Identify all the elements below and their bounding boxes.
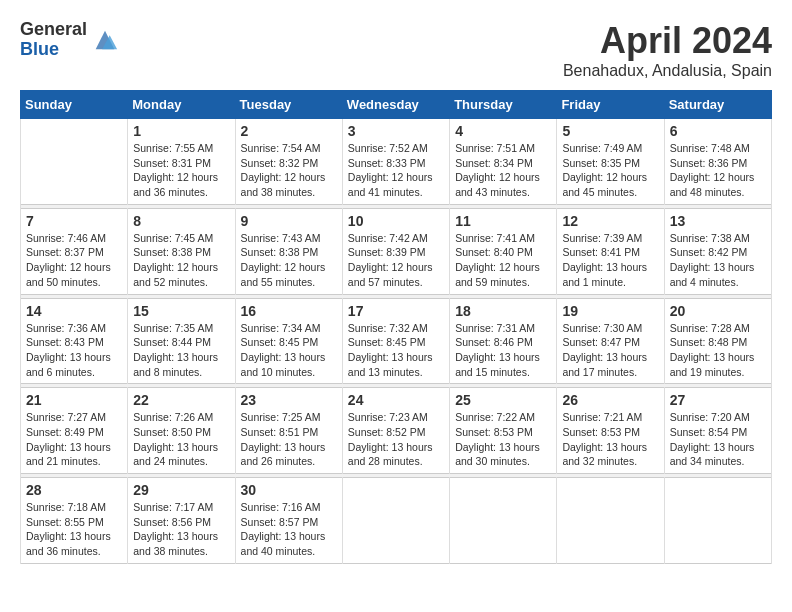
day-header-thursday: Thursday (450, 91, 557, 119)
calendar-cell (450, 478, 557, 564)
day-header-friday: Friday (557, 91, 664, 119)
day-info: Sunrise: 7:23 AM Sunset: 8:52 PM Dayligh… (348, 410, 444, 469)
day-number: 18 (455, 303, 551, 319)
day-info: Sunrise: 7:51 AM Sunset: 8:34 PM Dayligh… (455, 141, 551, 200)
calendar-cell (342, 478, 449, 564)
calendar-cell: 16Sunrise: 7:34 AM Sunset: 8:45 PM Dayli… (235, 298, 342, 384)
calendar-cell: 17Sunrise: 7:32 AM Sunset: 8:45 PM Dayli… (342, 298, 449, 384)
month-title: April 2024 (563, 20, 772, 62)
day-info: Sunrise: 7:45 AM Sunset: 8:38 PM Dayligh… (133, 231, 229, 290)
day-info: Sunrise: 7:32 AM Sunset: 8:45 PM Dayligh… (348, 321, 444, 380)
calendar-cell: 15Sunrise: 7:35 AM Sunset: 8:44 PM Dayli… (128, 298, 235, 384)
day-number: 15 (133, 303, 229, 319)
day-number: 10 (348, 213, 444, 229)
day-number: 20 (670, 303, 766, 319)
day-info: Sunrise: 7:55 AM Sunset: 8:31 PM Dayligh… (133, 141, 229, 200)
logo-general-text: General (20, 20, 87, 40)
calendar-cell: 4Sunrise: 7:51 AM Sunset: 8:34 PM Daylig… (450, 119, 557, 205)
week-row-3: 14Sunrise: 7:36 AM Sunset: 8:43 PM Dayli… (21, 298, 772, 384)
day-number: 1 (133, 123, 229, 139)
calendar-cell: 5Sunrise: 7:49 AM Sunset: 8:35 PM Daylig… (557, 119, 664, 205)
calendar-cell: 24Sunrise: 7:23 AM Sunset: 8:52 PM Dayli… (342, 388, 449, 474)
calendar-cell: 26Sunrise: 7:21 AM Sunset: 8:53 PM Dayli… (557, 388, 664, 474)
location-title: Benahadux, Andalusia, Spain (563, 62, 772, 80)
logo: General Blue (20, 20, 119, 60)
day-info: Sunrise: 7:41 AM Sunset: 8:40 PM Dayligh… (455, 231, 551, 290)
day-number: 13 (670, 213, 766, 229)
day-info: Sunrise: 7:42 AM Sunset: 8:39 PM Dayligh… (348, 231, 444, 290)
logo-icon (91, 26, 119, 54)
day-info: Sunrise: 7:25 AM Sunset: 8:51 PM Dayligh… (241, 410, 337, 469)
day-number: 16 (241, 303, 337, 319)
day-header-tuesday: Tuesday (235, 91, 342, 119)
calendar-table: SundayMondayTuesdayWednesdayThursdayFrid… (20, 90, 772, 564)
calendar-cell: 11Sunrise: 7:41 AM Sunset: 8:40 PM Dayli… (450, 208, 557, 294)
day-info: Sunrise: 7:35 AM Sunset: 8:44 PM Dayligh… (133, 321, 229, 380)
day-number: 26 (562, 392, 658, 408)
day-header-monday: Monday (128, 91, 235, 119)
calendar-cell: 18Sunrise: 7:31 AM Sunset: 8:46 PM Dayli… (450, 298, 557, 384)
calendar-cell: 29Sunrise: 7:17 AM Sunset: 8:56 PM Dayli… (128, 478, 235, 564)
calendar-cell: 3Sunrise: 7:52 AM Sunset: 8:33 PM Daylig… (342, 119, 449, 205)
day-number: 4 (455, 123, 551, 139)
day-number: 23 (241, 392, 337, 408)
day-info: Sunrise: 7:54 AM Sunset: 8:32 PM Dayligh… (241, 141, 337, 200)
day-info: Sunrise: 7:22 AM Sunset: 8:53 PM Dayligh… (455, 410, 551, 469)
calendar-cell: 6Sunrise: 7:48 AM Sunset: 8:36 PM Daylig… (664, 119, 771, 205)
day-number: 2 (241, 123, 337, 139)
calendar-cell: 13Sunrise: 7:38 AM Sunset: 8:42 PM Dayli… (664, 208, 771, 294)
day-info: Sunrise: 7:26 AM Sunset: 8:50 PM Dayligh… (133, 410, 229, 469)
day-info: Sunrise: 7:34 AM Sunset: 8:45 PM Dayligh… (241, 321, 337, 380)
day-number: 22 (133, 392, 229, 408)
calendar-cell: 22Sunrise: 7:26 AM Sunset: 8:50 PM Dayli… (128, 388, 235, 474)
day-info: Sunrise: 7:17 AM Sunset: 8:56 PM Dayligh… (133, 500, 229, 559)
calendar-cell: 27Sunrise: 7:20 AM Sunset: 8:54 PM Dayli… (664, 388, 771, 474)
calendar-cell: 25Sunrise: 7:22 AM Sunset: 8:53 PM Dayli… (450, 388, 557, 474)
day-number: 28 (26, 482, 122, 498)
calendar-cell (21, 119, 128, 205)
day-info: Sunrise: 7:39 AM Sunset: 8:41 PM Dayligh… (562, 231, 658, 290)
calendar-cell: 28Sunrise: 7:18 AM Sunset: 8:55 PM Dayli… (21, 478, 128, 564)
calendar-cell: 14Sunrise: 7:36 AM Sunset: 8:43 PM Dayli… (21, 298, 128, 384)
day-info: Sunrise: 7:48 AM Sunset: 8:36 PM Dayligh… (670, 141, 766, 200)
day-number: 19 (562, 303, 658, 319)
calendar-cell: 8Sunrise: 7:45 AM Sunset: 8:38 PM Daylig… (128, 208, 235, 294)
week-row-5: 28Sunrise: 7:18 AM Sunset: 8:55 PM Dayli… (21, 478, 772, 564)
day-number: 5 (562, 123, 658, 139)
day-number: 9 (241, 213, 337, 229)
day-info: Sunrise: 7:30 AM Sunset: 8:47 PM Dayligh… (562, 321, 658, 380)
week-row-2: 7Sunrise: 7:46 AM Sunset: 8:37 PM Daylig… (21, 208, 772, 294)
calendar-cell: 12Sunrise: 7:39 AM Sunset: 8:41 PM Dayli… (557, 208, 664, 294)
day-number: 7 (26, 213, 122, 229)
day-info: Sunrise: 7:21 AM Sunset: 8:53 PM Dayligh… (562, 410, 658, 469)
calendar-cell: 2Sunrise: 7:54 AM Sunset: 8:32 PM Daylig… (235, 119, 342, 205)
day-info: Sunrise: 7:28 AM Sunset: 8:48 PM Dayligh… (670, 321, 766, 380)
day-header-saturday: Saturday (664, 91, 771, 119)
day-info: Sunrise: 7:38 AM Sunset: 8:42 PM Dayligh… (670, 231, 766, 290)
calendar-cell (664, 478, 771, 564)
day-info: Sunrise: 7:18 AM Sunset: 8:55 PM Dayligh… (26, 500, 122, 559)
day-number: 30 (241, 482, 337, 498)
calendar-header-row: SundayMondayTuesdayWednesdayThursdayFrid… (21, 91, 772, 119)
day-info: Sunrise: 7:31 AM Sunset: 8:46 PM Dayligh… (455, 321, 551, 380)
calendar-cell: 7Sunrise: 7:46 AM Sunset: 8:37 PM Daylig… (21, 208, 128, 294)
day-header-wednesday: Wednesday (342, 91, 449, 119)
day-number: 8 (133, 213, 229, 229)
day-number: 12 (562, 213, 658, 229)
day-number: 11 (455, 213, 551, 229)
day-info: Sunrise: 7:49 AM Sunset: 8:35 PM Dayligh… (562, 141, 658, 200)
day-number: 27 (670, 392, 766, 408)
day-info: Sunrise: 7:52 AM Sunset: 8:33 PM Dayligh… (348, 141, 444, 200)
calendar-cell: 1Sunrise: 7:55 AM Sunset: 8:31 PM Daylig… (128, 119, 235, 205)
week-row-4: 21Sunrise: 7:27 AM Sunset: 8:49 PM Dayli… (21, 388, 772, 474)
calendar-cell: 10Sunrise: 7:42 AM Sunset: 8:39 PM Dayli… (342, 208, 449, 294)
day-header-sunday: Sunday (21, 91, 128, 119)
calendar-cell: 30Sunrise: 7:16 AM Sunset: 8:57 PM Dayli… (235, 478, 342, 564)
logo-blue-text: Blue (20, 40, 87, 60)
day-number: 25 (455, 392, 551, 408)
day-number: 3 (348, 123, 444, 139)
calendar-cell: 21Sunrise: 7:27 AM Sunset: 8:49 PM Dayli… (21, 388, 128, 474)
calendar-cell: 23Sunrise: 7:25 AM Sunset: 8:51 PM Dayli… (235, 388, 342, 474)
day-info: Sunrise: 7:20 AM Sunset: 8:54 PM Dayligh… (670, 410, 766, 469)
day-info: Sunrise: 7:46 AM Sunset: 8:37 PM Dayligh… (26, 231, 122, 290)
